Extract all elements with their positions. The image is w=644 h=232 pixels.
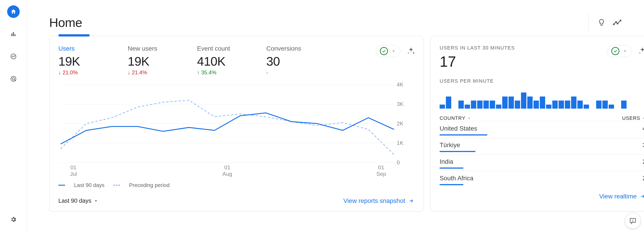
content-area: Home (27, 0, 644, 232)
quality-status-pill[interactable] (607, 45, 632, 57)
explore-icon (10, 53, 17, 60)
sparkle-icon (638, 47, 644, 56)
country-bar (440, 167, 463, 169)
sparkline-bar (446, 97, 451, 109)
country-bar (440, 134, 487, 135)
users-per-minute-sparkline (440, 88, 644, 109)
metric-value: 410K (197, 54, 246, 69)
country-users: 2 (642, 158, 644, 169)
country-name: Türkiye (440, 142, 638, 149)
sparkline-bar (577, 101, 583, 109)
svg-point-2 (12, 78, 14, 80)
sparkline-bar (502, 97, 508, 109)
insights-button[interactable] (598, 18, 606, 27)
legend-prev-label: Preceding period (129, 182, 170, 188)
sparkline-bar (571, 97, 576, 109)
nav-home[interactable] (7, 5, 20, 18)
users-header-label: USERS (622, 115, 640, 121)
advertising-icon (10, 76, 17, 82)
cards-row: Users19K↓ 21.0%New users19K↓ 21.4%Event … (49, 36, 622, 211)
line-chart-svg: 01K2K3K4K01Jul01Aug01Sep (58, 82, 414, 178)
sparkline-bar (490, 101, 495, 109)
svg-text:01: 01 (70, 164, 76, 170)
sparkline-bar (477, 101, 482, 109)
country-bar (440, 151, 476, 152)
metric-delta: ↑ 35.4% (197, 69, 246, 76)
arrow-right-icon (640, 193, 644, 199)
sparkline-bar (521, 93, 526, 109)
metric-delta: - (266, 69, 316, 76)
chevron-down-icon (642, 116, 644, 120)
card-controls (607, 45, 644, 57)
country-header-label: COUNTRY (440, 115, 465, 121)
nav-explore[interactable] (7, 50, 20, 63)
link-label: View realtime (599, 193, 636, 200)
country-row: India2 (440, 154, 644, 171)
svg-point-6 (620, 20, 621, 21)
date-range-label: Last 90 days (58, 197, 91, 204)
sparkline-bar (609, 105, 614, 109)
country-row: Türkiye3 (440, 138, 644, 154)
metric-value: 30 (266, 54, 316, 69)
metric-conversions[interactable]: Conversions30- (266, 45, 316, 76)
chevron-down-icon (622, 49, 628, 54)
metric-users[interactable]: Users19K↓ 21.0% (58, 45, 108, 76)
trends-button[interactable] (613, 18, 622, 27)
metric-value: 19K (128, 54, 177, 69)
sparkline-bar (458, 101, 464, 109)
summary-card: Users19K↓ 21.0%New users19K↓ 21.4%Event … (49, 36, 424, 211)
date-range-picker[interactable]: Last 90 days (58, 197, 98, 204)
nav-settings[interactable] (7, 213, 20, 226)
country-name: United States (440, 125, 638, 132)
metric-new-users[interactable]: New users19K↓ 21.4% (128, 45, 177, 76)
header-tools (588, 14, 622, 31)
svg-text:Jul: Jul (70, 171, 77, 177)
metric-label: Event count (197, 45, 246, 52)
country-name: India (440, 158, 638, 165)
metrics-row: Users19K↓ 21.0%New users19K↓ 21.4%Event … (58, 45, 414, 76)
ai-suggestions-button[interactable] (406, 47, 416, 56)
svg-text:1K: 1K (397, 140, 404, 146)
card-footer: Last 90 days View reports snapshot (58, 197, 414, 204)
country-name: South Africa (440, 175, 638, 182)
nav-reports[interactable] (7, 28, 20, 40)
sparkline-bar (440, 105, 445, 109)
view-realtime-link[interactable]: View realtime (599, 193, 644, 200)
quality-status-pill[interactable] (376, 45, 400, 57)
metric-value: 19K (58, 54, 108, 69)
sparkline-bar (484, 101, 489, 109)
chart-legend: Last 90 days Preceding period (58, 182, 414, 188)
realtime-card: USERS IN LAST 30 MINUTES 17 USERS PER MI… (430, 36, 644, 211)
feedback-icon (629, 217, 636, 224)
chevron-down-icon (94, 198, 98, 203)
metric-event-count[interactable]: Event count410K↑ 35.4% (197, 45, 246, 76)
sparkline-bar (496, 105, 501, 109)
active-metric-indicator (58, 34, 90, 37)
sparkline-bar (558, 101, 564, 109)
svg-text:3K: 3K (397, 101, 404, 107)
sparkline-bar (515, 101, 520, 109)
reports-icon (10, 31, 16, 37)
country-column-header[interactable]: COUNTRY (440, 115, 471, 121)
country-table-body: United States4Türkiye3India2South Africa… (440, 121, 644, 187)
page-title: Home (49, 15, 82, 30)
lightbulb-icon (598, 18, 606, 27)
country-table-head: COUNTRY USERS (440, 115, 644, 121)
ai-suggestions-button[interactable] (638, 47, 644, 56)
feedback-button[interactable] (625, 213, 641, 229)
legend-current-label: Last 90 days (74, 182, 104, 188)
svg-text:4K: 4K (397, 82, 404, 88)
arrow-right-icon (408, 198, 414, 204)
sparkline-bar (552, 101, 558, 109)
nav-advertising[interactable] (7, 73, 20, 85)
view-reports-snapshot-link[interactable]: View reports snapshot (343, 197, 414, 204)
svg-point-3 (613, 24, 614, 25)
sparkline-bar (508, 97, 514, 109)
metric-delta: ↓ 21.4% (128, 69, 177, 76)
users-column-header[interactable]: USERS (622, 115, 644, 121)
users-per-minute-label: USERS PER MINUTE (440, 78, 644, 84)
page-header: Home (49, 0, 622, 36)
sparkline-bar (584, 105, 589, 109)
link-label: View reports snapshot (343, 197, 405, 204)
svg-text:0: 0 (397, 159, 400, 165)
